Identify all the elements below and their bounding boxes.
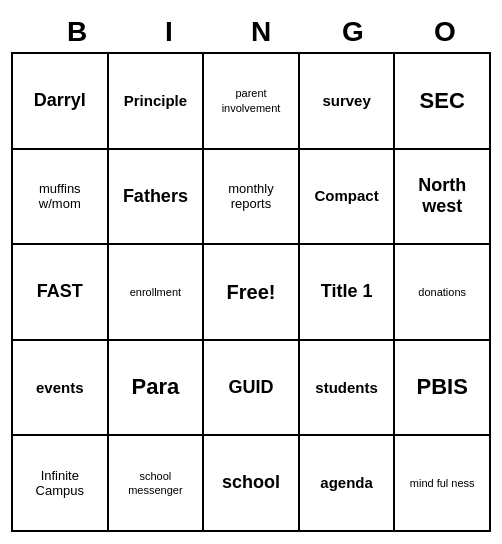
cell-4-2: school <box>204 436 300 532</box>
cell-1-3: Compact <box>300 150 396 246</box>
cell-1-4: North west <box>395 150 491 246</box>
cell-4-1-text: school messenger <box>113 469 199 498</box>
cell-4-0-text: Infinite Campus <box>17 468 103 499</box>
cell-1-0: muffins w/mom <box>13 150 109 246</box>
cell-2-2-text: Free! <box>227 280 276 304</box>
cell-2-1-text: enrollment <box>130 285 181 299</box>
cell-0-4-text: SEC <box>420 88 465 114</box>
bingo-header: B I N G O <box>11 12 491 52</box>
header-i: I <box>123 12 215 52</box>
cell-4-0: Infinite Campus <box>13 436 109 532</box>
cell-2-4: donations <box>395 245 491 341</box>
header-g: G <box>307 12 399 52</box>
cell-4-1: school messenger <box>109 436 205 532</box>
cell-0-2: parent involvement <box>204 54 300 150</box>
header-b: B <box>31 12 123 52</box>
cell-0-1-text: Principle <box>124 92 187 110</box>
cell-2-2-free: Free! <box>204 245 300 341</box>
cell-3-0: events <box>13 341 109 437</box>
cell-0-3: survey <box>300 54 396 150</box>
cell-0-0: Darryl <box>13 54 109 150</box>
cell-0-1: Principle <box>109 54 205 150</box>
cell-4-4-text: mind ful ness <box>410 476 475 490</box>
cell-2-1: enrollment <box>109 245 205 341</box>
bingo-card: B I N G O Darryl Principle parent involv… <box>11 12 491 532</box>
cell-3-2: GUID <box>204 341 300 437</box>
cell-3-0-text: events <box>36 379 84 397</box>
cell-4-4: mind ful ness <box>395 436 491 532</box>
cell-0-4: SEC <box>395 54 491 150</box>
cell-3-2-text: GUID <box>228 377 273 399</box>
cell-3-3-text: students <box>315 379 378 397</box>
cell-3-1-text: Para <box>132 374 180 400</box>
cell-3-3: students <box>300 341 396 437</box>
cell-2-3-text: Title 1 <box>321 281 373 303</box>
bingo-grid: Darryl Principle parent involvement surv… <box>11 52 491 532</box>
cell-3-4: PBIS <box>395 341 491 437</box>
cell-1-0-text: muffins w/mom <box>17 181 103 212</box>
cell-2-0-text: FAST <box>37 281 83 303</box>
cell-1-3-text: Compact <box>315 187 379 205</box>
cell-4-3-text: agenda <box>320 474 373 492</box>
header-o: O <box>399 12 491 52</box>
cell-0-0-text: Darryl <box>34 90 86 112</box>
cell-1-1: Fathers <box>109 150 205 246</box>
cell-2-3: Title 1 <box>300 245 396 341</box>
cell-3-1: Para <box>109 341 205 437</box>
cell-0-3-text: survey <box>322 92 370 110</box>
cell-3-4-text: PBIS <box>417 374 468 400</box>
cell-1-1-text: Fathers <box>123 186 188 208</box>
cell-2-4-text: donations <box>418 285 466 299</box>
cell-4-3: agenda <box>300 436 396 532</box>
cell-1-2-text: monthly reports <box>208 181 294 212</box>
header-n: N <box>215 12 307 52</box>
cell-4-2-text: school <box>222 472 280 494</box>
cell-1-4-text: North west <box>399 175 485 218</box>
cell-0-2-text: parent involvement <box>208 86 294 115</box>
cell-1-2: monthly reports <box>204 150 300 246</box>
cell-2-0: FAST <box>13 245 109 341</box>
